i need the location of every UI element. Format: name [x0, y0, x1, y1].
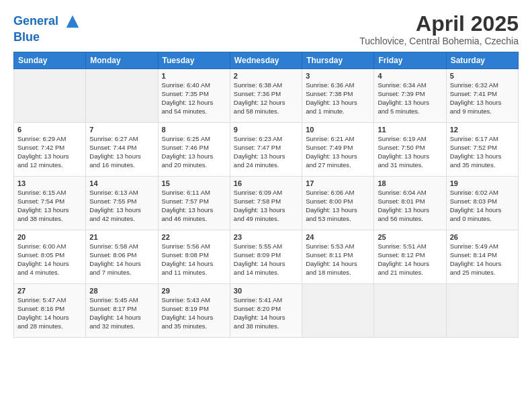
col-header-sunday: Sunday — [14, 52, 86, 69]
day-info: Sunrise: 6:17 AM Sunset: 7:52 PM Dayligh… — [450, 135, 515, 169]
page: General Blue April 2025 Tuchlovice, Cent… — [0, 0, 532, 411]
day-cell: 28Sunrise: 5:45 AM Sunset: 8:17 PM Dayli… — [86, 284, 158, 338]
day-number: 8 — [162, 126, 226, 134]
day-cell: 27Sunrise: 5:47 AM Sunset: 8:16 PM Dayli… — [14, 284, 86, 338]
day-info: Sunrise: 5:51 AM Sunset: 8:12 PM Dayligh… — [378, 242, 442, 277]
day-info: Sunrise: 6:11 AM Sunset: 7:57 PM Dayligh… — [162, 189, 226, 223]
day-number: 1 — [162, 72, 226, 80]
logo-text: General — [13, 12, 82, 31]
day-cell: 5Sunrise: 6:32 AM Sunset: 7:41 PM Daylig… — [446, 69, 518, 123]
day-info: Sunrise: 5:49 AM Sunset: 8:14 PM Dayligh… — [450, 242, 515, 277]
day-info: Sunrise: 5:55 AM Sunset: 8:09 PM Dayligh… — [234, 242, 298, 277]
logo: General Blue — [13, 12, 82, 44]
day-cell — [446, 284, 518, 338]
day-info: Sunrise: 5:47 AM Sunset: 8:16 PM Dayligh… — [17, 296, 82, 330]
week-row-3: 13Sunrise: 6:15 AM Sunset: 7:54 PM Dayli… — [14, 177, 519, 230]
day-info: Sunrise: 6:32 AM Sunset: 7:41 PM Dayligh… — [450, 81, 515, 116]
day-number: 4 — [378, 72, 442, 80]
day-number: 2 — [234, 72, 298, 80]
day-number: 19 — [450, 179, 515, 187]
day-cell: 8Sunrise: 6:25 AM Sunset: 7:46 PM Daylig… — [158, 123, 230, 177]
day-cell: 16Sunrise: 6:09 AM Sunset: 7:58 PM Dayli… — [230, 177, 302, 230]
day-number: 25 — [378, 233, 442, 241]
logo-general: General — [13, 14, 58, 28]
day-info: Sunrise: 6:04 AM Sunset: 8:01 PM Dayligh… — [378, 189, 442, 223]
day-number: 10 — [306, 126, 370, 134]
day-cell — [374, 284, 446, 338]
day-number: 16 — [234, 179, 298, 187]
day-cell: 17Sunrise: 6:06 AM Sunset: 8:00 PM Dayli… — [302, 177, 374, 230]
day-cell: 30Sunrise: 5:41 AM Sunset: 8:20 PM Dayli… — [230, 284, 302, 338]
day-cell: 20Sunrise: 6:00 AM Sunset: 8:05 PM Dayli… — [14, 230, 86, 284]
day-number: 23 — [234, 233, 298, 241]
week-row-4: 20Sunrise: 6:00 AM Sunset: 8:05 PM Dayli… — [14, 230, 519, 284]
day-number: 3 — [306, 72, 370, 80]
day-cell: 23Sunrise: 5:55 AM Sunset: 8:09 PM Dayli… — [230, 230, 302, 284]
day-number: 21 — [89, 233, 154, 241]
day-cell: 3Sunrise: 6:36 AM Sunset: 7:38 PM Daylig… — [302, 69, 374, 123]
day-cell: 18Sunrise: 6:04 AM Sunset: 8:01 PM Dayli… — [374, 177, 446, 230]
svg-marker-0 — [66, 15, 79, 28]
day-info: Sunrise: 6:09 AM Sunset: 7:58 PM Dayligh… — [234, 189, 298, 223]
day-cell: 19Sunrise: 6:02 AM Sunset: 8:03 PM Dayli… — [446, 177, 518, 230]
day-info: Sunrise: 5:45 AM Sunset: 8:17 PM Dayligh… — [89, 296, 154, 330]
day-cell: 22Sunrise: 5:56 AM Sunset: 8:08 PM Dayli… — [158, 230, 230, 284]
day-info: Sunrise: 6:21 AM Sunset: 7:49 PM Dayligh… — [306, 135, 370, 169]
col-header-saturday: Saturday — [446, 52, 518, 69]
day-cell: 7Sunrise: 6:27 AM Sunset: 7:44 PM Daylig… — [86, 123, 158, 177]
day-cell: 14Sunrise: 6:13 AM Sunset: 7:55 PM Dayli… — [86, 177, 158, 230]
day-info: Sunrise: 6:13 AM Sunset: 7:55 PM Dayligh… — [89, 189, 154, 223]
day-cell: 9Sunrise: 6:23 AM Sunset: 7:47 PM Daylig… — [230, 123, 302, 177]
day-number: 9 — [234, 126, 298, 134]
day-cell: 29Sunrise: 5:43 AM Sunset: 8:19 PM Dayli… — [158, 284, 230, 338]
day-cell: 4Sunrise: 6:34 AM Sunset: 7:39 PM Daylig… — [374, 69, 446, 123]
day-info: Sunrise: 6:06 AM Sunset: 8:00 PM Dayligh… — [306, 189, 370, 223]
day-cell: 11Sunrise: 6:19 AM Sunset: 7:50 PM Dayli… — [374, 123, 446, 177]
day-cell: 2Sunrise: 6:38 AM Sunset: 7:36 PM Daylig… — [230, 69, 302, 123]
day-number: 26 — [450, 233, 515, 241]
day-number: 22 — [162, 233, 226, 241]
calendar-table: SundayMondayTuesdayWednesdayThursdayFrid… — [13, 52, 519, 338]
day-cell: 24Sunrise: 5:53 AM Sunset: 8:11 PM Dayli… — [302, 230, 374, 284]
day-number: 17 — [306, 179, 370, 187]
day-number: 24 — [306, 233, 370, 241]
day-info: Sunrise: 6:29 AM Sunset: 7:42 PM Dayligh… — [17, 135, 82, 169]
day-cell — [302, 284, 374, 338]
day-info: Sunrise: 6:25 AM Sunset: 7:46 PM Dayligh… — [162, 135, 226, 169]
title-area: April 2025 Tuchlovice, Central Bohemia, … — [359, 12, 519, 46]
month-title: April 2025 — [359, 12, 519, 36]
day-number: 18 — [378, 179, 442, 187]
day-cell: 26Sunrise: 5:49 AM Sunset: 8:14 PM Dayli… — [446, 230, 518, 284]
day-number: 6 — [17, 126, 82, 134]
logo-blue: Blue — [13, 31, 82, 44]
day-cell: 21Sunrise: 5:58 AM Sunset: 8:06 PM Dayli… — [86, 230, 158, 284]
day-cell: 15Sunrise: 6:11 AM Sunset: 7:57 PM Dayli… — [158, 177, 230, 230]
logo-blue-text: Blue — [13, 30, 40, 44]
day-info: Sunrise: 5:58 AM Sunset: 8:06 PM Dayligh… — [89, 242, 154, 277]
col-header-thursday: Thursday — [302, 52, 374, 69]
day-number: 7 — [89, 126, 154, 134]
col-header-friday: Friday — [374, 52, 446, 69]
week-row-2: 6Sunrise: 6:29 AM Sunset: 7:42 PM Daylig… — [14, 123, 519, 177]
day-info: Sunrise: 6:27 AM Sunset: 7:44 PM Dayligh… — [89, 135, 154, 169]
day-number: 30 — [234, 287, 298, 295]
week-row-1: 1Sunrise: 6:40 AM Sunset: 7:35 PM Daylig… — [14, 69, 519, 123]
day-info: Sunrise: 5:43 AM Sunset: 8:19 PM Dayligh… — [162, 296, 226, 330]
day-cell: 6Sunrise: 6:29 AM Sunset: 7:42 PM Daylig… — [14, 123, 86, 177]
day-info: Sunrise: 6:40 AM Sunset: 7:35 PM Dayligh… — [162, 81, 226, 116]
day-info: Sunrise: 5:53 AM Sunset: 8:11 PM Dayligh… — [306, 242, 370, 277]
location: Tuchlovice, Central Bohemia, Czechia — [359, 36, 519, 46]
day-info: Sunrise: 6:02 AM Sunset: 8:03 PM Dayligh… — [450, 189, 515, 223]
day-info: Sunrise: 6:36 AM Sunset: 7:38 PM Dayligh… — [306, 81, 370, 116]
week-row-5: 27Sunrise: 5:47 AM Sunset: 8:16 PM Dayli… — [14, 284, 519, 338]
day-info: Sunrise: 6:34 AM Sunset: 7:39 PM Dayligh… — [378, 81, 442, 116]
day-number: 12 — [450, 126, 515, 134]
header: General Blue April 2025 Tuchlovice, Cent… — [13, 12, 519, 46]
day-cell: 12Sunrise: 6:17 AM Sunset: 7:52 PM Dayli… — [446, 123, 518, 177]
day-number: 15 — [162, 179, 226, 187]
day-number: 28 — [89, 287, 154, 295]
day-number: 5 — [450, 72, 515, 80]
col-header-wednesday: Wednesday — [230, 52, 302, 69]
header-row: SundayMondayTuesdayWednesdayThursdayFrid… — [14, 52, 519, 69]
day-number: 20 — [17, 233, 82, 241]
